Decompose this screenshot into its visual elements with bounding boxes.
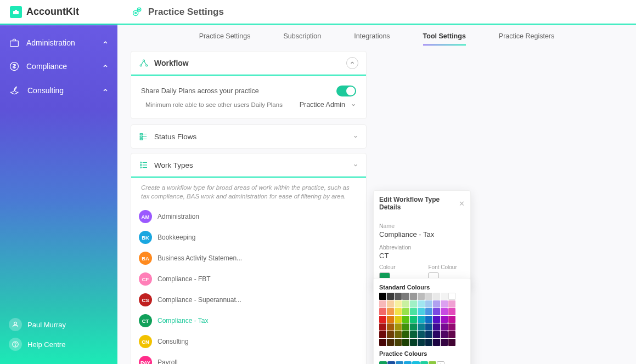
- work-type-row[interactable]: BABusiness Activity Statemen...: [137, 248, 361, 269]
- nav-compliance[interactable]: Compliance: [0, 54, 117, 78]
- colour-cell[interactable]: [395, 308, 402, 315]
- colour-cell[interactable]: [395, 339, 402, 346]
- practice-colour-cell[interactable]: [429, 361, 436, 364]
- work-type-row[interactable]: BKBookkeeping: [137, 227, 361, 248]
- colour-cell[interactable]: [433, 339, 440, 346]
- work-type-row[interactable]: CTCompliance - Tax: [137, 310, 361, 331]
- colour-cell[interactable]: [448, 300, 455, 308]
- logo[interactable]: AccountKit: [0, 6, 117, 18]
- work-types-header[interactable]: Work Types: [131, 153, 366, 178]
- colour-cell[interactable]: [441, 293, 448, 300]
- colour-cell[interactable]: [387, 300, 394, 308]
- colour-cell[interactable]: [425, 323, 432, 331]
- colour-cell[interactable]: [441, 300, 448, 308]
- colour-cell[interactable]: [441, 339, 448, 346]
- work-type-row[interactable]: CNConsulting: [137, 331, 361, 352]
- min-role-select[interactable]: Practice Admin: [300, 101, 356, 109]
- close-icon[interactable]: ✕: [459, 200, 465, 208]
- colour-cell[interactable]: [418, 323, 425, 331]
- colour-cell[interactable]: [448, 331, 455, 338]
- colour-cell[interactable]: [418, 293, 425, 300]
- colour-cell[interactable]: [410, 331, 417, 338]
- colour-cell[interactable]: [410, 339, 417, 346]
- colour-cell[interactable]: [410, 300, 417, 308]
- colour-cell[interactable]: [425, 300, 432, 308]
- add-practice-colour[interactable]: +: [437, 361, 444, 364]
- colour-cell[interactable]: [418, 300, 425, 308]
- status-flows-header[interactable]: Status Flows: [131, 125, 366, 148]
- colour-cell[interactable]: [410, 308, 417, 315]
- colour-cell[interactable]: [425, 331, 432, 338]
- colour-cell[interactable]: [379, 316, 386, 323]
- workflow-card-header[interactable]: Workflow: [131, 52, 366, 76]
- colour-cell[interactable]: [418, 339, 425, 346]
- work-type-row[interactable]: PAYPayroll: [137, 352, 361, 364]
- colour-cell[interactable]: [433, 316, 440, 323]
- colour-cell[interactable]: [387, 339, 394, 346]
- tab-tool-settings[interactable]: Tool Settings: [423, 32, 466, 46]
- user-profile[interactable]: Paul Murray: [8, 315, 110, 334]
- colour-cell[interactable]: [410, 323, 417, 331]
- colour-cell[interactable]: [402, 339, 409, 346]
- practice-colour-cell[interactable]: [396, 361, 403, 364]
- colour-cell[interactable]: [448, 323, 455, 331]
- nav-consulting[interactable]: Consulting: [0, 78, 117, 103]
- colour-cell[interactable]: [448, 339, 455, 346]
- practice-colour-cell[interactable]: [420, 361, 428, 364]
- work-type-row[interactable]: CFCompliance - FBT: [137, 269, 361, 289]
- colour-cell[interactable]: [433, 300, 440, 308]
- colour-cell[interactable]: [379, 339, 386, 346]
- colour-cell[interactable]: [402, 331, 409, 338]
- colour-cell[interactable]: [433, 323, 440, 331]
- name-field[interactable]: Compliance - Tax: [379, 230, 465, 241]
- colour-cell[interactable]: [425, 308, 432, 315]
- abbreviation-field[interactable]: CT: [379, 252, 465, 262]
- colour-cell[interactable]: [395, 323, 402, 331]
- tab-subscription[interactable]: Subscription: [283, 32, 321, 46]
- practice-colour-cell[interactable]: [404, 361, 412, 364]
- tab-practice-settings[interactable]: Practice Settings: [199, 32, 251, 46]
- colour-cell[interactable]: [387, 323, 394, 331]
- colour-cell[interactable]: [448, 308, 455, 315]
- colour-cell[interactable]: [425, 339, 432, 346]
- colour-cell[interactable]: [448, 316, 455, 323]
- colour-cell[interactable]: [410, 293, 417, 300]
- colour-cell[interactable]: [395, 300, 402, 308]
- colour-cell[interactable]: [379, 293, 386, 300]
- colour-cell[interactable]: [402, 316, 409, 323]
- colour-cell[interactable]: [379, 308, 386, 315]
- colour-cell[interactable]: [402, 300, 409, 308]
- colour-cell[interactable]: [418, 308, 425, 315]
- colour-cell[interactable]: [433, 293, 440, 300]
- colour-cell[interactable]: [402, 323, 409, 331]
- colour-cell[interactable]: [387, 331, 394, 338]
- colour-cell[interactable]: [448, 293, 455, 300]
- practice-colour-cell[interactable]: [387, 361, 395, 364]
- colour-cell[interactable]: [418, 316, 425, 323]
- colour-cell[interactable]: [395, 293, 402, 300]
- colour-cell[interactable]: [441, 308, 448, 315]
- colour-cell[interactable]: [395, 316, 402, 323]
- colour-cell[interactable]: [441, 331, 448, 338]
- tab-practice-registers[interactable]: Practice Registers: [499, 32, 554, 46]
- share-daily-plans-toggle[interactable]: [336, 86, 356, 96]
- colour-cell[interactable]: [387, 316, 394, 323]
- colour-cell[interactable]: [387, 308, 394, 315]
- help-centre-link[interactable]: Help Centre: [8, 334, 110, 354]
- colour-cell[interactable]: [433, 331, 440, 338]
- work-type-row[interactable]: CSCompliance - Superannuat...: [137, 289, 361, 310]
- colour-cell[interactable]: [441, 316, 448, 323]
- colour-cell[interactable]: [441, 323, 448, 331]
- colour-cell[interactable]: [379, 323, 386, 331]
- colour-cell[interactable]: [402, 308, 409, 315]
- tab-integrations[interactable]: Integrations: [354, 32, 390, 46]
- colour-cell[interactable]: [418, 331, 425, 338]
- colour-cell[interactable]: [425, 293, 432, 300]
- colour-cell[interactable]: [410, 316, 417, 323]
- practice-colour-cell[interactable]: [379, 361, 387, 364]
- colour-cell[interactable]: [402, 293, 409, 300]
- colour-cell[interactable]: [379, 300, 386, 308]
- practice-colour-cell[interactable]: [412, 361, 420, 364]
- colour-cell[interactable]: [387, 293, 394, 300]
- colour-cell[interactable]: [379, 331, 386, 338]
